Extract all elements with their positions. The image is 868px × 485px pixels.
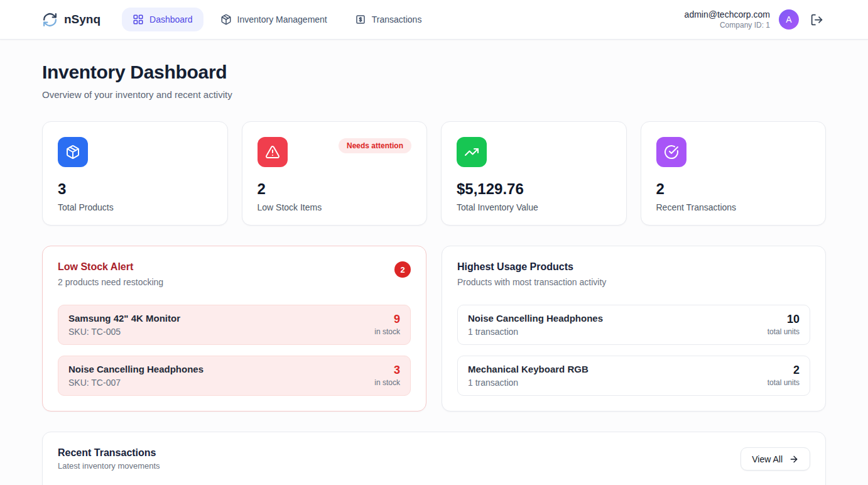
stock-quantity: 9: [374, 313, 400, 326]
package-icon: [58, 137, 88, 167]
nav-inventory-management[interactable]: Inventory Management: [210, 8, 338, 31]
stat-card-inventory-value: $5,129.76 Total Inventory Value: [441, 121, 627, 226]
total-units-value: 10: [768, 313, 800, 326]
package-icon: [220, 14, 232, 25]
recent-transactions-title: Recent Transactions: [58, 447, 160, 459]
avatar[interactable]: A: [779, 9, 799, 30]
brand-name: nSynq: [64, 13, 100, 26]
company-id: Company ID: 1: [685, 21, 770, 30]
avatar-initial: A: [786, 14, 791, 25]
dollar-receipt-icon: [355, 14, 366, 25]
total-units-label: total units: [768, 378, 800, 387]
highest-usage-panel: Highest Usage Products Products with mos…: [442, 246, 826, 411]
usage-item[interactable]: Noise Cancelling Headphones 1 transactio…: [457, 305, 810, 345]
main-nav: Dashboard Inventory Management: [122, 8, 432, 31]
total-units-value: 2: [768, 364, 800, 377]
stat-card-low-stock: Needs attention 2 Low Stock Items: [242, 121, 428, 226]
sync-logo-icon: [42, 12, 58, 28]
nav-transactions-label: Transactions: [372, 14, 422, 25]
nav-inventory-label: Inventory Management: [237, 14, 327, 25]
grid-icon: [133, 14, 144, 25]
stat-value: 3: [58, 182, 212, 197]
check-circle-icon: [656, 137, 686, 167]
usage-item[interactable]: Mechanical Keyboard RGB 1 transaction 2 …: [457, 356, 810, 396]
recent-transactions-subtitle: Latest inventory movements: [58, 461, 160, 471]
product-sku: SKU: TC-007: [68, 378, 203, 388]
stat-label: Recent Transactions: [656, 202, 811, 212]
brand: nSynq: [42, 12, 100, 28]
app-header: nSynq Dashboard: [0, 0, 868, 40]
page-subtitle: Overview of your inventory and recent ac…: [42, 89, 826, 100]
stat-value: 2: [258, 182, 412, 197]
arrow-right-icon: [789, 454, 799, 464]
stat-label: Total Products: [58, 202, 212, 212]
nav-dashboard[interactable]: Dashboard: [122, 8, 203, 31]
stat-card-total-products: 3 Total Products: [42, 121, 228, 226]
recent-transactions-panel: Recent Transactions Latest inventory mov…: [42, 432, 826, 485]
stat-card-recent-transactions: 2 Recent Transactions: [641, 121, 827, 226]
stat-label: Total Inventory Value: [457, 202, 611, 212]
trending-up-icon: [457, 137, 487, 167]
low-stock-count-badge: 2: [394, 261, 411, 278]
stat-label: Low Stock Items: [258, 202, 412, 212]
logout-button[interactable]: [808, 11, 826, 29]
logout-icon: [810, 13, 823, 26]
page-title: Inventory Dashboard: [42, 62, 826, 83]
low-stock-subtitle: 2 products need restocking: [58, 277, 163, 287]
stock-unit-label: in stock: [374, 327, 400, 336]
view-all-button[interactable]: View All: [741, 447, 810, 471]
low-stock-item[interactable]: Noise Cancelling Headphones SKU: TC-007 …: [58, 356, 411, 396]
low-stock-alert-panel: Low Stock Alert 2 products need restocki…: [42, 246, 426, 411]
product-name: Mechanical Keyboard RGB: [468, 364, 589, 374]
transaction-count: 1 transaction: [468, 327, 603, 337]
stats-grid: 3 Total Products Needs attention 2 Low S…: [42, 121, 826, 226]
product-name: Noise Cancelling Headphones: [68, 364, 203, 374]
highest-usage-subtitle: Products with most transaction activity: [457, 277, 606, 287]
low-stock-item[interactable]: Samsung 42" 4K Monitor SKU: TC-005 9 in …: [58, 305, 411, 345]
nav-transactions[interactable]: Transactions: [344, 8, 433, 31]
stat-value: 2: [656, 182, 811, 197]
stock-unit-label: in stock: [374, 378, 400, 387]
alert-triangle-icon: [258, 137, 288, 167]
user-email: admin@techcorp.com: [685, 9, 770, 19]
stat-value: $5,129.76: [457, 182, 611, 197]
product-name: Samsung 42" 4K Monitor: [68, 313, 180, 324]
needs-attention-badge: Needs attention: [339, 138, 411, 153]
nav-dashboard-label: Dashboard: [149, 14, 193, 25]
view-all-label: View All: [752, 454, 783, 464]
total-units-label: total units: [768, 327, 800, 336]
product-sku: SKU: TC-005: [68, 327, 180, 337]
highest-usage-title: Highest Usage Products: [457, 261, 606, 273]
low-stock-title: Low Stock Alert: [58, 261, 163, 273]
transaction-count: 1 transaction: [468, 378, 589, 388]
stock-quantity: 3: [374, 364, 400, 377]
user-meta: admin@techcorp.com Company ID: 1: [685, 9, 770, 30]
product-name: Noise Cancelling Headphones: [468, 313, 603, 324]
